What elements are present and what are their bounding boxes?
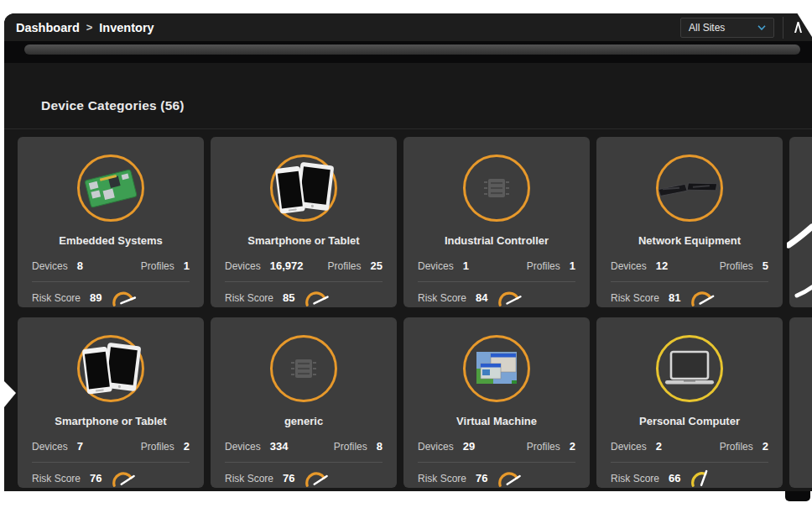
category-stats: Devices 8 Profiles 1: [32, 259, 190, 272]
device-category-card[interactable]: Personal Computer Devices 2 Profiles 2 R…: [596, 317, 783, 488]
devices-label: Devices: [225, 260, 261, 272]
profiles-label: Profiles: [527, 441, 560, 453]
devices-label: Devices: [418, 441, 454, 453]
network-devices-icon: [654, 175, 725, 201]
category-stats: Devices 12 Profiles 5: [611, 259, 768, 272]
site-selector-dropdown[interactable]: All Sites: [680, 18, 774, 38]
profiles-count: 8: [377, 440, 383, 453]
risk-score-value: 81: [669, 291, 680, 304]
profiles-count: 1: [570, 259, 575, 272]
topbar-divider: [783, 17, 783, 39]
risk-score-row: Risk Score 89: [32, 289, 190, 306]
risk-score-row: Risk Score 81: [611, 289, 768, 306]
risk-score-row: Risk Score 76: [225, 469, 383, 487]
risk-score-label: Risk Score: [225, 473, 273, 484]
breadcrumb-dashboard[interactable]: Dashboard: [16, 21, 80, 34]
category-stats: Devices 16,972 Profiles 25: [225, 259, 383, 272]
risk-score-row: Risk Score 66: [611, 469, 768, 487]
section-title: Device Categories (56): [4, 63, 812, 129]
category-icon-ring: [463, 154, 530, 222]
risk-score-label: Risk Score: [611, 292, 659, 304]
category-name: Network Equipment: [596, 234, 783, 247]
category-icon-ring: [77, 335, 144, 402]
device-category-card[interactable]: Industrial Controller Devices 1 Profiles…: [403, 137, 590, 307]
risk-score-label: Risk Score: [611, 473, 659, 484]
breadcrumb: Dashboard > Inventory: [16, 21, 154, 34]
device-category-card[interactable]: Smartphone or Tablet Devices 16,972 Prof…: [211, 137, 397, 307]
devices-label: Devices: [611, 441, 647, 453]
profiles-label: Profiles: [720, 441, 753, 453]
devices-label: Devices: [418, 260, 454, 272]
clipped-control: [794, 22, 802, 33]
device-category-card[interactable]: Virtual Machine Devices 29 Profiles 2 Ri…: [403, 317, 590, 488]
category-icon-ring: [270, 154, 337, 222]
category-icon-ring: [270, 335, 337, 402]
device-category-card[interactable]: Embedded Systems Devices 8 Profiles 1 Ri…: [18, 137, 204, 307]
risk-score-row: Risk Score 76: [32, 469, 190, 487]
category-icon-ring: [77, 154, 144, 222]
risk-score-value: 85: [283, 291, 294, 304]
category-name: Smartphone or Tablet: [18, 415, 204, 427]
devices-count: 1: [463, 259, 469, 272]
risk-gauge-icon: [110, 469, 137, 487]
profiles-count: 2: [763, 440, 768, 453]
topbar-controls: All Sites: [680, 13, 804, 41]
breadcrumb-separator: >: [86, 21, 93, 34]
category-stats: Devices 29 Profiles 2: [418, 440, 575, 453]
risk-score-value: 66: [669, 472, 680, 484]
card-divider: [32, 462, 190, 463]
category-name: Smartphone or Tablet: [211, 234, 397, 247]
risk-score-value: 76: [476, 472, 487, 484]
device-category-card[interactable]: Network Equipment Devices 12 Profiles 5 …: [596, 137, 783, 307]
breadcrumb-inventory[interactable]: Inventory: [99, 21, 154, 34]
category-icon-ring: [656, 154, 723, 222]
profiles-label: Profiles: [141, 441, 174, 453]
profiles-count: 1: [184, 259, 190, 272]
devices-count: 8: [77, 259, 83, 272]
profiles-label: Profiles: [720, 260, 753, 272]
category-name: Virtual Machine: [403, 415, 590, 427]
category-stats: Devices 7 Profiles 2: [32, 440, 190, 453]
app-window: Dashboard > Inventory All Sites Device C…: [4, 13, 812, 491]
horizontal-scrollbar-track: [4, 41, 812, 63]
risk-score-value: 76: [90, 472, 102, 484]
chevron-down-icon: [757, 25, 766, 30]
device-category-grid: Embedded Systems Devices 8 Profiles 1 Ri…: [4, 129, 812, 488]
risk-score-label: Risk Score: [32, 292, 81, 304]
profiles-label: Profiles: [334, 441, 367, 453]
card-divider: [225, 281, 383, 282]
risk-gauge-icon: [689, 289, 716, 306]
device-category-card[interactable]: Smartphone or Tablet Devices 7 Profiles …: [18, 317, 204, 488]
category-name: generic: [211, 415, 397, 427]
category-icon-ring: [463, 335, 530, 402]
device-category-card[interactable]: generic Devices 334 Profiles 8 Risk Scor…: [211, 317, 397, 488]
risk-gauge-icon: [110, 289, 137, 306]
category-stats: Devices 334 Profiles 8: [225, 440, 383, 453]
card-divider: [611, 462, 768, 463]
risk-score-row: Risk Score 85: [225, 289, 383, 306]
card-divider: [225, 462, 383, 463]
profiles-count: 2: [184, 440, 190, 453]
inventory-content: Device Categories (56) Embedded Systems …: [4, 63, 812, 491]
risk-score-label: Risk Score: [418, 292, 466, 304]
profiles-label: Profiles: [141, 260, 174, 272]
risk-score-value: 89: [90, 291, 102, 304]
laptop-icon: [661, 349, 718, 388]
devices-count: 16,972: [270, 259, 304, 272]
profiles-label: Profiles: [527, 260, 560, 272]
devices-label: Devices: [611, 260, 647, 272]
horizontal-scrollbar-thumb[interactable]: [24, 45, 800, 55]
category-name: Embedded Systems: [18, 234, 204, 247]
devices-label: Devices: [32, 441, 68, 453]
virtual-machine-icon: [475, 351, 518, 386]
risk-gauge-icon: [689, 469, 716, 487]
risk-score-value: 84: [476, 291, 487, 304]
card-divider: [32, 281, 190, 282]
risk-gauge-icon: [496, 289, 523, 306]
site-selector-value: All Sites: [689, 22, 725, 34]
risk-score-row: Risk Score 84: [418, 289, 575, 306]
devices-count: 29: [463, 440, 475, 453]
embedded-board-icon: [81, 167, 140, 209]
profiles-count: 5: [763, 259, 768, 272]
devices-count: 2: [656, 440, 662, 453]
